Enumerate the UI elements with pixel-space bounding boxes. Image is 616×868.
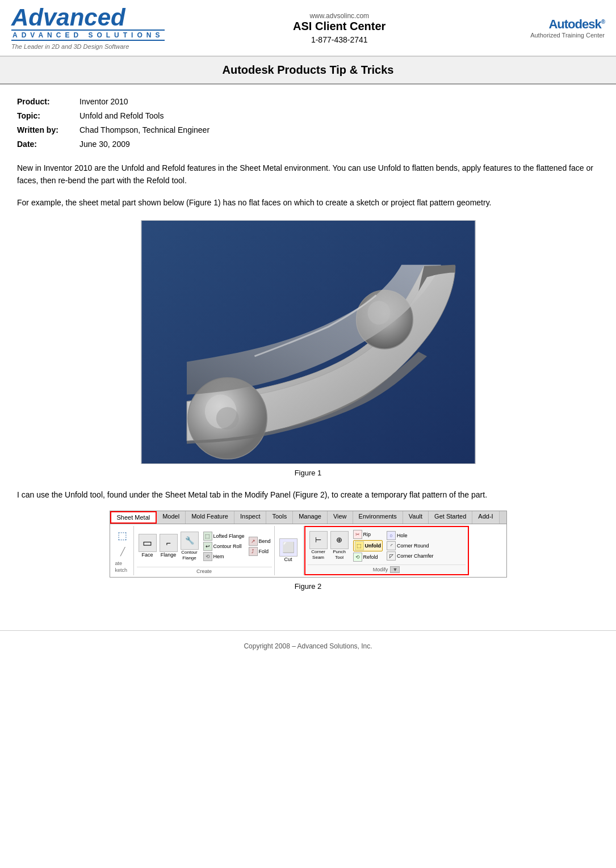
toolbar-tabs-row: Sheet Metal Model Mold Feature Inspect T… — [110, 511, 506, 524]
product-value: Inventor 2010 — [79, 96, 128, 108]
sketch-icon-btn[interactable]: ⬚ — [115, 528, 130, 543]
rip-btn[interactable]: ✂ Rip — [353, 530, 383, 539]
corner-round-btn[interactable]: ◜ Corner Round — [387, 541, 434, 550]
date-label: Date: — [17, 138, 79, 150]
lofted-flange-btn[interactable]: ⬚ Lofted Flange — [203, 532, 245, 541]
tab-sheet-metal[interactable]: Sheet Metal — [110, 511, 157, 524]
logo-tagline: The Leader in 2D and 3D Design Software — [11, 43, 129, 50]
toolbar-spacer — [470, 526, 505, 575]
flange-icon-btn[interactable]: ⌐ Flange — [159, 533, 178, 559]
punch-tool-icon-btn[interactable]: ⊕ PunchTool — [330, 530, 349, 561]
product-label: Product: — [17, 96, 79, 108]
logo-solutions-text: Advanced SOLUTIONS — [11, 30, 165, 41]
refold-btn[interactable]: ⟲ Refold — [353, 553, 383, 562]
autodesk-subtitle: Authorized Training Center — [530, 32, 605, 39]
figure-1-image — [141, 220, 476, 464]
logo-advanced-text: Advanced — [11, 6, 125, 30]
paragraph-3: I can use the Unfold tool, found under t… — [17, 488, 599, 501]
tab-manage[interactable]: Manage — [293, 511, 328, 524]
paragraph-1: New in Inventor 2010 are the Unfold and … — [17, 162, 599, 187]
figure-2-wrapper: Sheet Metal Model Mold Feature Inspect T… — [17, 511, 599, 591]
company-logo: Advanced Advanced SOLUTIONS The Leader i… — [11, 6, 165, 50]
line-icon-btn[interactable]: ╱ — [115, 544, 130, 559]
tab-environments[interactable]: Environments — [353, 511, 403, 524]
topic-row: Topic: Unfold and Refold Tools — [17, 110, 599, 122]
topic-label: Topic: — [17, 110, 79, 122]
contour-flange-icon-btn[interactable]: 🔧 ContourFlange — [180, 531, 199, 561]
sketch-panel: ⬚ ╱ ate ketch — [112, 526, 134, 575]
written-by-value: Chad Thompson, Technical Engineer — [79, 124, 209, 136]
tab-tools[interactable]: Tools — [266, 511, 293, 524]
face-icon-btn[interactable]: ▭ Face — [138, 533, 157, 559]
corner-seam-icon-btn[interactable]: ⊢ CornerSeam — [309, 530, 328, 561]
topic-value: Unfold and Refold Tools — [79, 110, 164, 122]
page-title-bar: Autodesk Products Tip & Tricks — [0, 57, 616, 85]
tab-inspect[interactable]: Inspect — [234, 511, 266, 524]
modify-label-text: Modify — [373, 567, 388, 572]
autodesk-wordmark: Autodesk® — [548, 17, 605, 32]
tab-get-started[interactable]: Get Started — [429, 511, 472, 524]
cut-icon-btn[interactable]: ⬜ Cut — [279, 538, 298, 563]
date-value: June 30, 2009 — [79, 138, 130, 150]
hole-btn[interactable]: ○ Hole — [387, 531, 434, 540]
figure-2-caption: Figure 2 — [295, 582, 322, 591]
header-center: www.advsolinc.com ASI Client Center 1-87… — [176, 12, 502, 44]
hem-btn[interactable]: ⟲ Hem — [203, 552, 245, 561]
fold-btn[interactable]: ⤴ Fold — [249, 547, 271, 556]
create-panel: ▭ Face ⌐ Flange 🔧 ContourFlange — [135, 526, 275, 575]
page-title: Autodesk Products Tip & Tricks — [7, 64, 609, 77]
autodesk-logo-area: Autodesk® Authorized Training Center — [514, 17, 605, 39]
cut-panel: ⬜ Cut — [275, 526, 304, 575]
tab-vault[interactable]: Vault — [403, 511, 429, 524]
small-icons-stack: ⬚ Lofted Flange ↩ Contour Roll ⟲ Hem — [201, 532, 245, 561]
contour-roll-btn[interactable]: ↩ Contour Roll — [203, 542, 245, 551]
main-content: Product: Inventor 2010 Topic: Unfold and… — [0, 85, 616, 613]
meta-info: Product: Inventor 2010 Topic: Unfold and… — [17, 96, 599, 150]
rip-unfold-stack: ✂ Rip ⬚ Unfold ⟲ Refold — [351, 530, 383, 562]
date-row: Date: June 30, 2009 — [17, 138, 599, 150]
bend-fold-stack: ↗ Bend ⤴ Fold — [246, 537, 271, 556]
svg-point-3 — [216, 407, 238, 430]
modify-panel-label: Modify ▼ — [308, 564, 466, 573]
figure-1-caption: Figure 1 — [17, 469, 599, 477]
product-row: Product: Inventor 2010 — [17, 96, 599, 108]
tab-mold-feature[interactable]: Mold Feature — [186, 511, 234, 524]
bend-btn[interactable]: ↗ Bend — [249, 537, 271, 546]
modify-panel: ⊢ CornerSeam ⊕ PunchTool ✂ Rip — [304, 526, 469, 575]
toolbar-body: ⬚ ╱ ate ketch — [110, 524, 506, 577]
tab-add-in[interactable]: Add-I — [472, 511, 499, 524]
header: Advanced Advanced SOLUTIONS The Leader i… — [0, 0, 616, 57]
phone-number: 1-877-438-2741 — [176, 35, 502, 44]
written-by-row: Written by: Chad Thompson, Technical Eng… — [17, 124, 599, 136]
unfold-btn[interactable]: ⬚ Unfold — [353, 540, 383, 551]
written-by-label: Written by: — [17, 124, 79, 136]
corner-chamfer-btn[interactable]: ◸ Corner Chamfer — [387, 551, 434, 561]
paragraph-2: For example, the sheet metal part shown … — [17, 196, 599, 209]
figure-2-toolbar: Sheet Metal Model Mold Feature Inspect T… — [110, 511, 507, 578]
client-center-title: ASI Client Center — [176, 20, 502, 33]
hole-corner-stack: ○ Hole ◜ Corner Round ◸ Corner Chamfer — [384, 531, 434, 561]
website-text: www.advsolinc.com — [176, 12, 502, 20]
tab-view[interactable]: View — [328, 511, 353, 524]
footer-text: Copyright 2008 – Advanced Solutions, Inc… — [244, 642, 372, 650]
tab-model[interactable]: Model — [157, 511, 186, 524]
footer: Copyright 2008 – Advanced Solutions, Inc… — [0, 630, 616, 661]
create-panel-label: Create — [137, 567, 272, 574]
figure-1-container: Figure 1 — [17, 220, 599, 477]
modify-dropdown-icon[interactable]: ▼ — [390, 566, 400, 573]
